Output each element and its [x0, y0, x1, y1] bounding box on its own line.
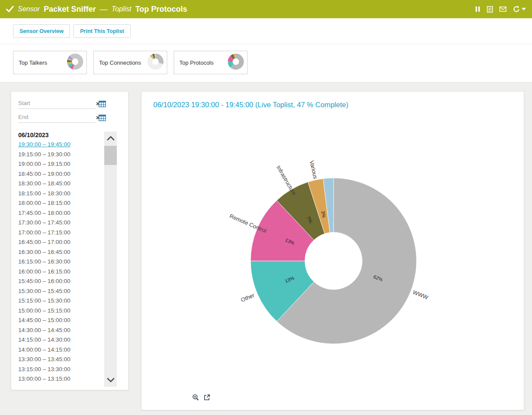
- time-range-item[interactable]: 16:00:00 – 16:15:00: [18, 267, 102, 277]
- time-range-item[interactable]: 13:30:00 – 13:45:00: [18, 355, 102, 365]
- chart-toolbar: [192, 394, 211, 401]
- toplist-name: Top Protocols: [135, 5, 187, 14]
- email-icon[interactable]: [499, 7, 506, 12]
- object-type-label: Sensor: [18, 5, 40, 13]
- toplist-tab-top-protocols[interactable]: Top Protocols: [174, 51, 248, 74]
- toplist-tab-label: Top Protocols: [179, 59, 214, 66]
- end-date-input[interactable]: [18, 112, 95, 122]
- time-range-item[interactable]: 14:30:00 – 14:45:00: [18, 326, 102, 336]
- toplist-tab-label: Top Talkers: [19, 59, 47, 66]
- pause-icon[interactable]: [475, 6, 480, 12]
- time-range-panel: × × 06/10/2023 19:30:00 – 19:45:0019:15:…: [11, 91, 129, 390]
- start-calendar-icon[interactable]: [99, 101, 106, 107]
- open-external-icon[interactable]: [203, 394, 211, 401]
- sensor-ok-check-icon: [6, 6, 14, 13]
- header-actions: [475, 6, 526, 13]
- time-range-item[interactable]: 15:45:00 – 16:00:00: [18, 277, 102, 287]
- top-connections-donut-icon: [147, 53, 164, 72]
- refresh-icon[interactable]: [513, 6, 520, 13]
- time-range-item[interactable]: 14:15:00 – 14:30:00: [18, 335, 102, 345]
- time-range-item[interactable]: 18:30:00 – 18:45:00: [18, 179, 102, 189]
- start-date-row: ×: [18, 99, 121, 109]
- time-range-item[interactable]: 18:00:00 – 18:15:00: [18, 198, 102, 208]
- breadcrumb-separator: —: [100, 5, 108, 14]
- time-range-item[interactable]: 17:00:00 – 17:15:00: [18, 228, 102, 238]
- time-list-scrollbar[interactable]: [104, 132, 117, 387]
- header-bar: Sensor Packet Sniffer — Toplist Top Prot…: [0, 0, 532, 18]
- protocols-donut-chart: 62%WWW13%Other13%Remote Control7%Infrast…: [142, 92, 524, 410]
- toplist-tab-row: Top Talkers Top Connections: [0, 44, 532, 74]
- toplist-tab-label: Top Connections: [99, 59, 141, 66]
- end-date-row: ×: [18, 112, 121, 123]
- time-range-item[interactable]: 18:15:00 – 18:30:00: [18, 189, 102, 199]
- scrollbar-thumb[interactable]: [104, 146, 117, 165]
- time-range-item[interactable]: 19:15:00 – 19:30:00: [18, 150, 102, 160]
- time-range-item[interactable]: 16:30:00 – 16:45:00: [18, 247, 102, 257]
- time-range-item[interactable]: 17:30:00 – 17:45:00: [18, 218, 102, 228]
- end-calendar-icon[interactable]: [99, 115, 106, 121]
- view-type-label: Toplist: [112, 5, 132, 13]
- sensor-name: Packet Sniffer: [44, 5, 96, 14]
- time-range-item[interactable]: 15:15:00 – 15:30:00: [18, 296, 102, 306]
- time-range-item[interactable]: 15:00:00 – 15:15:00: [18, 306, 102, 316]
- time-range-item[interactable]: 18:45:00 – 19:00:00: [18, 169, 102, 179]
- time-range-item[interactable]: 14:45:00 – 15:00:00: [18, 316, 102, 326]
- time-range-item[interactable]: 13:00:00 – 13:15:00: [18, 374, 102, 384]
- top-talkers-donut-icon: [66, 53, 84, 72]
- refresh-control[interactable]: [513, 6, 526, 13]
- start-date-input[interactable]: [18, 99, 95, 109]
- toplist-chart-panel: 06/10/2023 19:30:00 - 19:45:00 (Live Top…: [141, 91, 524, 410]
- time-range-item[interactable]: 19:30:00 – 19:45:00: [18, 140, 102, 150]
- top-protocols-donut-icon: [227, 53, 245, 72]
- time-range-item[interactable]: 15:30:00 – 15:45:00: [18, 287, 102, 296]
- segment-name-label: Other: [240, 292, 255, 303]
- sensor-overview-button[interactable]: Sensor Overview: [13, 24, 70, 38]
- time-range-list: 19:30:00 – 19:45:0019:15:00 – 19:30:0019…: [18, 140, 102, 384]
- caret-down-icon[interactable]: [522, 8, 526, 10]
- print-toplist-button[interactable]: Print This Toplist: [73, 24, 130, 38]
- toplist-tab-top-talkers[interactable]: Top Talkers: [13, 51, 87, 74]
- breadcrumb: Sensor Packet Sniffer — Toplist Top Prot…: [6, 5, 475, 14]
- subheader: Sensor Overview Print This Toplist Top T…: [0, 18, 532, 82]
- segment-name-label: WWW: [412, 289, 429, 301]
- scroll-up-icon[interactable]: [104, 132, 117, 145]
- time-range-item[interactable]: 17:45:00 – 18:00:00: [18, 208, 102, 218]
- time-range-item[interactable]: 19:00:00 – 19:15:00: [18, 159, 102, 169]
- action-button-row: Sensor Overview Print This Toplist: [0, 18, 532, 44]
- segment-name-label: Infrastructure: [275, 165, 298, 197]
- time-range-item[interactable]: 16:45:00 – 17:00:00: [18, 237, 102, 247]
- scroll-down-icon[interactable]: [104, 374, 117, 387]
- zoom-in-icon[interactable]: [192, 394, 199, 401]
- time-range-item[interactable]: 13:15:00 – 13:30:00: [18, 365, 102, 375]
- time-range-item[interactable]: 14:00:00 – 14:15:00: [18, 345, 102, 355]
- segment-name-label: Various: [308, 160, 319, 180]
- toplist-tab-top-connections[interactable]: Top Connections: [93, 51, 167, 74]
- time-range-item[interactable]: 16:15:00 – 16:30:00: [18, 257, 102, 267]
- report-icon[interactable]: [487, 6, 493, 13]
